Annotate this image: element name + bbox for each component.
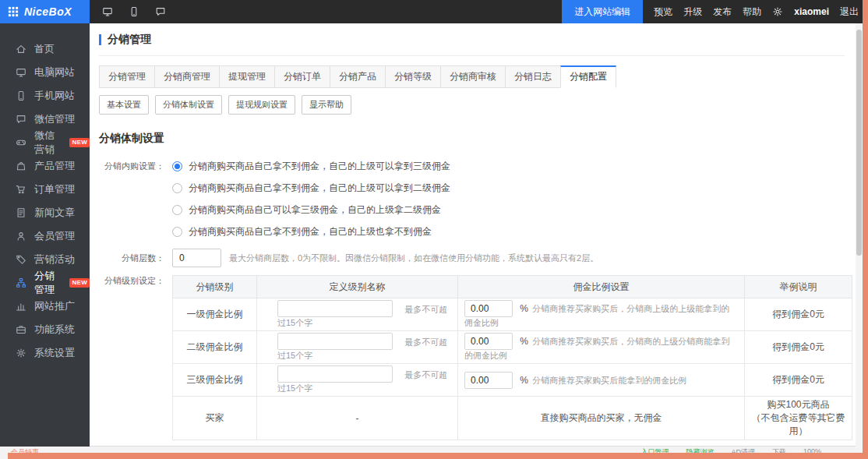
window-frame-bottom <box>8 453 868 459</box>
buyer-name-cell: - <box>257 397 458 440</box>
sidebar-item-briefcase[interactable]: 功能系统 <box>0 318 90 341</box>
sidebar-item-doc[interactable]: 新闻文章 <box>0 201 90 224</box>
sidebar-item-chart[interactable]: 网站推广 <box>0 295 90 318</box>
monitor-icon <box>16 67 26 78</box>
radio-button-icon[interactable] <box>172 227 182 237</box>
radio-option-1[interactable]: 分销商购买商品自己拿不到佣金，自己的上级可以拿到三级佣金 <box>172 155 450 177</box>
internal-purchase-label: 分销内购设置： <box>99 155 164 242</box>
commission-level-row: 三级佣金比例 最多不可超过15个字 % 分销商推荐买家购买后能拿到的佣金比例 得… <box>173 364 852 397</box>
settings-gear-icon[interactable] <box>772 6 783 17</box>
sub-button-1[interactable]: 基本设置 <box>99 95 149 115</box>
sidebar: 首页 电脑网站 手机网站 微信管理 微信营销 NEW 产品管理 订单管理 新闻文… <box>0 23 90 447</box>
example-cell: 得到佣金0元 <box>745 298 852 331</box>
logout-link[interactable]: 退出 <box>840 5 859 19</box>
level-name-input-1[interactable] <box>277 300 393 317</box>
topbar-right: 进入网站编辑 预览升级发布帮助 xiaomei 退出 <box>562 0 868 23</box>
new-badge: NEW <box>69 278 90 288</box>
buyer-example-cell: 购买100元商品 （不包含运费等其它费用） <box>745 397 852 440</box>
levels-input[interactable] <box>172 249 221 267</box>
sidebar-item-chat[interactable]: 微信管理 <box>0 108 90 131</box>
sidebar-item-label: 系统设置 <box>34 346 75 360</box>
table-header: 分销级别 <box>173 276 257 298</box>
topbar-link-2[interactable]: 升级 <box>683 5 702 19</box>
sidebar-item-label: 功能系统 <box>34 323 75 337</box>
username[interactable]: xiaomei <box>794 6 829 17</box>
sidebar-item-label: 订单管理 <box>34 182 75 196</box>
sidebar-item-share[interactable]: 分销管理 NEW <box>0 271 90 295</box>
divider <box>99 55 845 56</box>
level-setting-label: 分销级别设定： <box>99 275 164 440</box>
level-cell: 三级佣金比例 <box>173 364 257 397</box>
buyer-row: 买家 - 直接购买商品的买家，无佣金 购买100元商品 （不包含运费等其它费用） <box>173 397 852 440</box>
percent-sign: % <box>520 375 528 386</box>
radio-button-icon[interactable] <box>172 183 182 193</box>
main-content: 分销管理 分销管理分销商管理提现管理分销订单分销产品分销等级分销商审核分销日志分… <box>90 23 856 447</box>
sidebar-item-gear[interactable]: 系统设置 <box>0 341 90 365</box>
tab-9[interactable]: 分销配置 <box>560 65 616 88</box>
name-cell: 最多不可超过15个字 <box>257 331 458 364</box>
radio-button-icon[interactable] <box>172 205 182 215</box>
sidebar-item-user[interactable]: 会员管理 <box>0 224 90 248</box>
radio-option-2[interactable]: 分销商购买商品自己拿不到佣金，自己的上级可以拿到二级佣金 <box>172 177 450 199</box>
user-icon <box>16 231 26 242</box>
tab-6[interactable]: 分销等级 <box>385 65 441 88</box>
chart-icon <box>16 301 26 312</box>
sidebar-item-home[interactable]: 首页 <box>0 37 90 61</box>
sidebar-item-monitor[interactable]: 电脑网站 <box>0 61 90 84</box>
level-name-input-3[interactable] <box>277 365 393 383</box>
radio-option-4[interactable]: 分销商购买商品自己拿不到佣金，自己的上级也拿不到佣金 <box>172 221 450 242</box>
monitor-icon[interactable] <box>102 6 113 17</box>
app-logo[interactable]: NiceBoX <box>0 0 90 23</box>
sidebar-item-label: 产品管理 <box>34 159 75 173</box>
sub-button-2[interactable]: 分销体制设置 <box>155 95 222 115</box>
tab-7[interactable]: 分销商审核 <box>440 65 506 88</box>
sidebar-item-cart[interactable]: 订单管理 <box>0 178 90 201</box>
rate-input-2[interactable] <box>464 333 513 350</box>
distribution-levels-row: 分销层数： 最大分销商层数，0为不限制。因微信分销限制，如在微信使用分销功能，系… <box>99 249 845 267</box>
sidebar-item-bag[interactable]: 产品管理 <box>0 154 90 178</box>
rate-cell: % 分销商推荐买家购买后，分销商的上级分销商能拿到的佣金比例 <box>458 331 745 364</box>
sidebar-item-tag[interactable]: 营销活动 <box>0 248 90 271</box>
example-cell: 得到佣金0元 <box>745 364 852 397</box>
sidebar-item-label: 电脑网站 <box>34 65 75 79</box>
topbar: NiceBoX 进入网站编辑 预览升级发布帮助 xiaomei 退出 <box>0 0 868 23</box>
level-setting-row: 分销级别设定： 分销级别定义级别名称佣金比例设置举例说明 一级佣金比例 最多不可… <box>99 275 845 440</box>
topbar-link-1[interactable]: 预览 <box>654 5 672 19</box>
sidebar-item-gamepad[interactable]: 微信营销 NEW <box>0 131 90 154</box>
tab-3[interactable]: 提现管理 <box>219 65 275 88</box>
radio-option-label: 分销商购买商品自己拿不到佣金，自己的上级可以拿到二级佣金 <box>189 182 450 195</box>
tab-1[interactable]: 分销管理 <box>99 65 155 88</box>
sidebar-item-label: 新闻文章 <box>34 206 75 220</box>
radio-button-icon[interactable] <box>172 161 182 171</box>
phone-icon[interactable] <box>129 6 139 17</box>
sidebar-item-label: 会员管理 <box>34 229 75 243</box>
page-title-row: 分销管理 <box>99 33 845 47</box>
radio-option-3[interactable]: 分销商购买商品自己可以拿三级佣金，自己的上级拿二级佣金 <box>172 199 450 221</box>
sidebar-item-label: 手机网站 <box>34 89 75 103</box>
sidebar-item-label: 首页 <box>34 42 55 56</box>
sidebar-item-phone[interactable]: 手机网站 <box>0 84 90 108</box>
tab-2[interactable]: 分销商管理 <box>154 65 220 88</box>
topbar-link-4[interactable]: 帮助 <box>743 5 761 19</box>
topbar-link-3[interactable]: 发布 <box>713 5 732 19</box>
apps-grid-icon <box>8 6 19 17</box>
scrollbar-thumb[interactable] <box>856 30 862 256</box>
level-name-input-2[interactable] <box>277 333 393 350</box>
enter-site-edit-button[interactable]: 进入网站编辑 <box>562 0 643 23</box>
level-cell: 二级佣金比例 <box>173 331 257 364</box>
rate-input-1[interactable] <box>464 300 513 317</box>
sub-button-4[interactable]: 显示帮助 <box>302 95 351 115</box>
tab-8[interactable]: 分销日志 <box>505 65 561 88</box>
sub-button-3[interactable]: 提现规则设置 <box>228 95 295 115</box>
tab-4[interactable]: 分销订单 <box>274 65 330 88</box>
gear-icon <box>16 348 26 358</box>
app-window: NiceBoX 进入网站编辑 预览升级发布帮助 xiaomei 退出 首页 电脑… <box>0 0 868 459</box>
buyer-example-line2: （不包含运费等其它费用） <box>751 411 845 438</box>
rate-input-3[interactable] <box>464 372 513 389</box>
name-cell: 最多不可超过15个字 <box>257 364 458 397</box>
buyer-desc-cell: 直接购买商品的买家，无佣金 <box>458 397 745 440</box>
vertical-scrollbar[interactable] <box>856 23 863 459</box>
tab-5[interactable]: 分销产品 <box>330 65 386 88</box>
buyer-level-cell: 买家 <box>173 397 257 440</box>
chat-icon[interactable] <box>155 6 166 17</box>
